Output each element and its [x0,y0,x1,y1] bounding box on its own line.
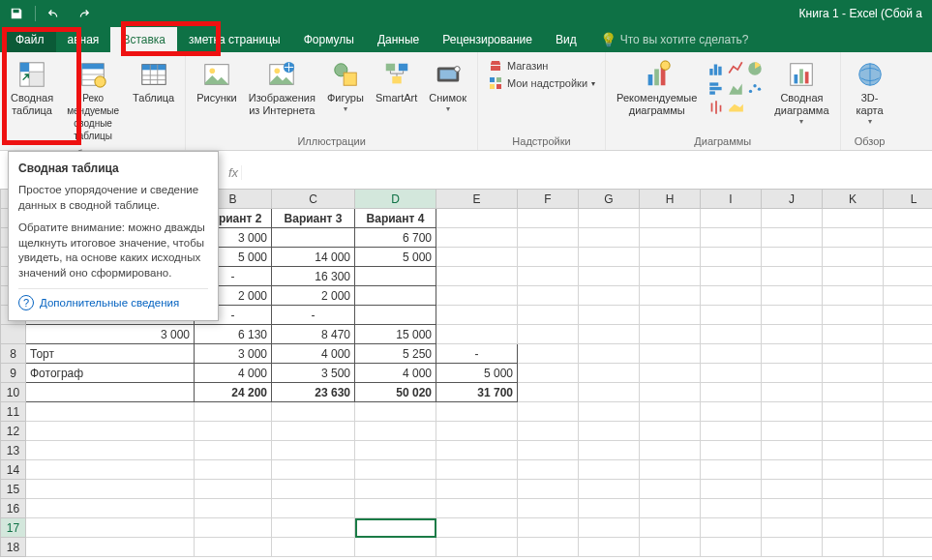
pictures-button[interactable]: Рисунки [192,56,242,107]
tab-formulas[interactable]: Формулы [292,27,366,52]
screenshot-icon [433,59,464,90]
svg-point-7 [95,76,105,87]
chevron-down-icon: ▾ [344,104,347,113]
tab-page-layout[interactable]: зметка страницы [177,27,292,52]
svg-rect-21 [385,64,394,72]
screentip-help-link[interactable]: ? Дополнительные сведения [18,288,208,310]
svg-rect-39 [710,82,719,85]
group-tables: Сводная таблица Рекомендуемыесводные таб… [0,52,186,150]
group-addins: Магазин Мои надстройки ▾ Надстройки [478,52,606,150]
tab-insert[interactable]: Вставка [110,27,177,52]
svg-rect-37 [719,67,722,75]
pictures-label: Рисунки [196,92,237,104]
screentip-pivot-table: Сводная таблица Простое упорядочение и с… [8,151,219,321]
fx-icon[interactable]: fx [223,165,242,180]
chart-pie-icon[interactable] [746,60,764,77]
3d-map-label: 3D- карта [856,92,883,117]
online-pictures-button[interactable]: Изображения из Интернета [244,56,320,120]
col-D: D [355,190,436,209]
svg-rect-20 [344,73,356,85]
table-row: 18 [1,538,933,557]
pictures-icon [201,59,232,90]
chevron-down-icon: ▾ [591,79,595,88]
store-button[interactable]: Магазин [488,58,595,74]
svg-rect-41 [710,91,716,94]
screenshot-label: Снимок [429,92,466,104]
recommended-pivot-label: Рекомендуемыесводные таблицы [65,92,121,142]
shapes-button[interactable]: Фигуры ▾ [322,56,369,116]
col-J: J [762,190,823,209]
table-row: 15 [1,480,933,499]
svg-rect-29 [490,84,495,89]
col-F: F [518,190,579,209]
my-addins-button[interactable]: Мои надстройки ▾ [488,75,595,91]
undo-button[interactable] [44,3,65,24]
table-label: Таблица [133,92,174,104]
col-H: H [640,190,701,209]
svg-rect-46 [795,74,798,83]
tell-me-search[interactable]: 💡 Что вы хотите сделать? [600,27,749,52]
chart-surface-icon[interactable] [727,99,744,116]
table-row: 14 [1,460,933,480]
globe-icon [855,59,886,90]
svg-rect-28 [496,77,501,82]
table-row: 1024 20023 63050 02031 700 [1,383,933,402]
chevron-down-icon: ▾ [868,117,872,126]
svg-rect-36 [714,65,717,75]
chart-stock-icon[interactable] [707,99,725,116]
chart-bar-icon[interactable] [707,79,725,97]
pivot-chart-label: Сводная диаграмма [774,92,828,117]
store-icon [488,58,503,74]
active-cell[interactable] [355,518,436,538]
tab-data[interactable]: Данные [366,27,431,52]
group-charts: Рекомендуемые диаграммы [606,52,840,150]
chevron-down-icon: ▾ [446,104,450,113]
quick-access-toolbar [6,3,94,24]
recommended-pivot-button[interactable]: Рекомендуемыесводные таблицы [60,56,126,145]
tab-file[interactable]: Файл [4,27,56,52]
chart-column-icon[interactable] [707,60,725,77]
svg-point-15 [210,68,216,74]
pivot-chart-icon [786,59,817,90]
tab-view[interactable]: Вид [544,27,588,52]
group-illustrations: Рисунки Изображения из Интернета Фигуры … [186,52,478,150]
table-row: 9Фотограф4 0003 5004 0005 000 [1,364,933,383]
col-L: L [884,190,933,209]
screenshot-button[interactable]: Снимок ▾ [424,56,471,116]
pivot-chart-button[interactable]: Сводная диаграмма ▾ [769,56,833,129]
svg-rect-25 [439,70,456,78]
pivot-table-button[interactable]: Сводная таблица [6,56,58,120]
col-C: C [272,190,355,209]
recommended-charts-label: Рекомендуемые диаграммы [616,92,697,117]
3d-map-button[interactable]: 3D- карта ▾ [847,56,893,129]
online-pictures-label: Изображения из Интернета [249,92,316,117]
table-row: 8Торт3 0004 0005 250- [1,344,933,364]
screentip-text: Простое упорядочение и сведение данных в… [18,183,208,213]
pivot-table-label: Сводная таблица [11,92,53,117]
window-title: Книга 1 - Excel (Сбой а [799,7,926,20]
group-charts-label: Диаграммы [612,133,833,150]
recommended-charts-button[interactable]: Рекомендуемые диаграммы [612,56,702,120]
save-button[interactable] [6,3,27,24]
svg-point-43 [754,84,757,87]
tab-review[interactable]: Рецензирование [431,27,544,52]
recommended-charts-icon [642,59,673,90]
table-icon [138,59,169,90]
shapes-label: Фигуры [327,92,364,104]
my-addins-label: Мои надстройки [507,77,587,89]
store-label: Магазин [507,60,548,72]
chart-area-icon[interactable] [727,79,744,97]
chart-scatter-icon[interactable] [746,79,764,97]
group-tours: 3D- карта ▾ Обзор [841,52,899,150]
smartart-icon [381,59,412,90]
help-icon: ? [18,295,34,310]
svg-rect-40 [710,87,722,90]
chart-line-icon[interactable] [727,60,744,77]
smartart-button[interactable]: SmartArt [371,56,422,107]
tab-home[interactable]: авная [56,27,111,52]
svg-rect-4 [82,64,105,70]
svg-rect-2 [29,72,44,86]
table-button[interactable]: Таблица [128,56,179,107]
svg-rect-31 [647,74,652,85]
redo-button[interactable] [73,3,94,24]
